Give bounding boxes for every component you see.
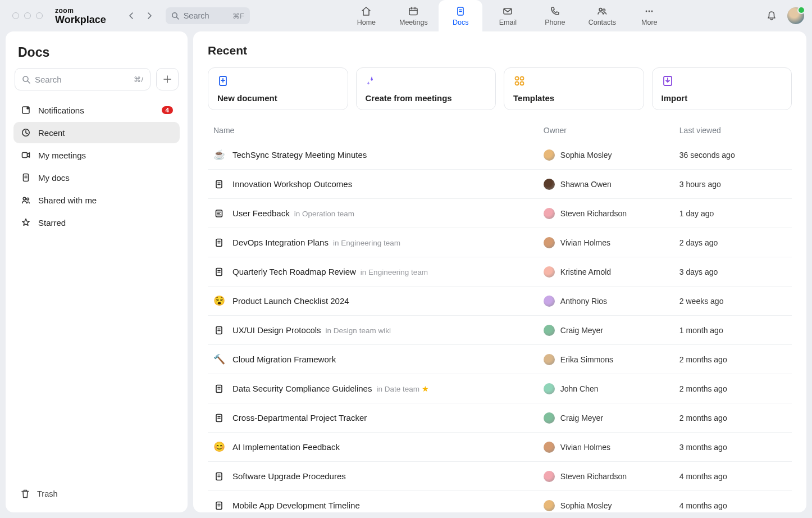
window-maximize[interactable] [36, 12, 43, 19]
top-nav-label: Meetings [399, 19, 428, 26]
top-nav-phone[interactable]: Phone [533, 0, 577, 31]
doc-row[interactable]: 😊 AI Implementation Feedback Vivian Holm… [208, 433, 792, 462]
doc-name: UX/UI Design Protocols [232, 325, 321, 335]
owner-name: Kristine Arnold [560, 267, 611, 276]
doc-name: User Feedback [232, 208, 290, 218]
action-label: New document [217, 93, 339, 103]
svg-point-11 [26, 107, 29, 110]
doc-icon: 🔨 [213, 354, 225, 365]
doc-row[interactable]: User Feedback in Operation team Steven R… [208, 199, 792, 228]
owner-name: John Chen [560, 384, 599, 393]
svg-point-19 [521, 77, 524, 80]
owner-avatar [544, 383, 555, 394]
top-nav-docs[interactable]: Docs [439, 0, 482, 31]
user-avatar[interactable] [787, 7, 804, 24]
doc-row[interactable]: UX/UI Design Protocols in Design team wi… [208, 316, 792, 345]
sidebar-item-shared[interactable]: Shared with me [13, 189, 180, 211]
last-viewed: 2 weeks ago [679, 297, 786, 306]
owner-avatar [544, 500, 555, 511]
owner-avatar [544, 471, 555, 482]
owner-avatar [544, 237, 555, 248]
main-title: Recent [208, 44, 792, 57]
window-close[interactable] [12, 12, 19, 19]
doc-list[interactable]: ☕️ TechSync Strategy Meeting Minutes Sop… [208, 140, 792, 512]
top-nav-label: Email [499, 19, 517, 26]
sidebar-item-my-meetings[interactable]: My meetings [13, 144, 180, 166]
sidebar: Docs Search ⌘/ Notifications 4 [6, 31, 188, 512]
search-icon [22, 75, 30, 84]
top-nav-meetings[interactable]: Meetings [391, 0, 435, 31]
owner-avatar [544, 149, 555, 161]
sidebar-item-recent[interactable]: Recent [13, 122, 180, 143]
top-nav-home[interactable]: Home [344, 0, 388, 31]
docs-search-shortcut: ⌘/ [134, 75, 143, 84]
doc-row[interactable]: 🔨 Cloud Migration Framework Erika Simmon… [208, 345, 792, 374]
email-icon [502, 6, 513, 17]
svg-point-15 [23, 197, 26, 200]
top-nav: Home Meetings Docs Email Phone Contacts … [257, 0, 759, 31]
svg-point-16 [27, 198, 29, 200]
top-nav-more[interactable]: More [627, 0, 671, 31]
action-from-meetings[interactable]: Create from meetings [356, 67, 496, 110]
notifications-icon[interactable] [766, 10, 777, 21]
owner-name: Sophia Mosley [560, 151, 612, 160]
col-last: Last viewed [679, 126, 786, 135]
doc-icon: ☕️ [213, 149, 225, 161]
owner-avatar [544, 179, 555, 190]
last-viewed: 1 month ago [679, 326, 786, 335]
doc-icon: 😊 [213, 442, 225, 453]
last-viewed: 2 days ago [679, 238, 786, 247]
sidebar-trash[interactable]: Trash [13, 483, 180, 505]
owner-name: Craig Meyer [560, 326, 603, 335]
svg-point-4 [599, 8, 602, 11]
star-icon: ★ [422, 384, 429, 393]
last-viewed: 3 days ago [679, 267, 786, 276]
nav-back[interactable] [127, 12, 135, 20]
starred-icon [20, 217, 31, 228]
doc-name: Product Launch Checklist 2024 [232, 296, 349, 306]
doc-row[interactable]: Innovation Workshop Outcomes Shawna Owen… [208, 170, 792, 199]
doc-icon [213, 179, 225, 190]
svg-rect-1 [409, 8, 417, 15]
my-docs-icon [20, 172, 31, 183]
owner-name: Shawna Owen [560, 180, 612, 189]
doc-location: in Engineering team [333, 239, 400, 247]
trash-icon [20, 489, 30, 499]
svg-point-21 [521, 82, 524, 85]
doc-icon [213, 500, 225, 511]
svg-point-7 [649, 10, 650, 12]
owner-name: Vivian Holmes [560, 443, 610, 452]
owner-name: Sophia Mosley [560, 501, 612, 510]
docs-search[interactable]: Search ⌘/ [15, 68, 150, 90]
last-viewed: 3 hours ago [679, 180, 786, 189]
sidebar-item-label: Shared with me [38, 196, 173, 205]
sidebar-item-starred[interactable]: Starred [13, 212, 180, 233]
sidebar-item-notifications[interactable]: Notifications 4 [13, 99, 180, 121]
window-minimize[interactable] [24, 12, 31, 19]
top-nav-email[interactable]: Email [486, 0, 530, 31]
meetings-icon [408, 6, 419, 17]
owner-avatar [544, 412, 555, 424]
action-new-doc[interactable]: New document [208, 67, 348, 110]
global-search-shortcut: ⌘F [232, 12, 244, 20]
last-viewed: 2 months ago [679, 384, 786, 393]
action-templates[interactable]: Templates [504, 67, 644, 110]
doc-row[interactable]: 😵 Product Launch Checklist 2024 Anthony … [208, 287, 792, 316]
doc-row[interactable]: Software Upgrade Procedures Steven Richa… [208, 462, 792, 491]
nav-forward[interactable] [145, 12, 153, 20]
doc-row[interactable]: Mobile App Development Timeline Sophia M… [208, 491, 792, 512]
svg-point-18 [516, 77, 519, 80]
phone-icon [549, 6, 560, 17]
docs-search-placeholder: Search [35, 75, 129, 84]
owner-avatar [544, 354, 555, 365]
new-doc-button[interactable] [156, 68, 179, 90]
doc-row[interactable]: Cross-Departmental Project Tracker Craig… [208, 403, 792, 433]
doc-row[interactable]: Data Security Compliance Guidelines in D… [208, 374, 792, 403]
action-import[interactable]: Import [652, 67, 792, 110]
global-search[interactable]: Search ⌘F [166, 7, 250, 24]
doc-row[interactable]: DevOps Integration Plans in Engineering … [208, 228, 792, 257]
top-nav-contacts[interactable]: Contacts [580, 0, 624, 31]
doc-row[interactable]: Quarterly Tech Roadmap Review in Enginee… [208, 257, 792, 287]
doc-row[interactable]: ☕️ TechSync Strategy Meeting Minutes Sop… [208, 140, 792, 170]
sidebar-item-my-docs[interactable]: My docs [13, 167, 180, 188]
